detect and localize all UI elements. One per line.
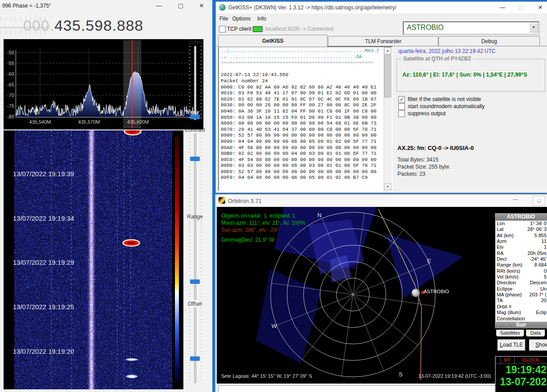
az-el-readout: Az: 110,6° | El: 17,6° | Sun: 0% | 1,54°… bbox=[402, 72, 527, 78]
row-label: MA (phase) bbox=[497, 292, 522, 298]
radar-moon-info: Moon azm: 111°, elv: 21°, ilu: 100% bbox=[221, 220, 305, 226]
clock-spacer bbox=[496, 357, 501, 364]
clock-panel: RT CLOCK 19:19:42 13-07-202 bbox=[495, 356, 547, 392]
scroll-up-icon[interactable]: ▲ bbox=[384, 47, 391, 54]
row-value: 5 855 bbox=[534, 233, 547, 238]
getkiss-window-title: GetKISS+ (DK3WN) Ver. 1.3.12 -> https://… bbox=[228, 4, 397, 11]
sun-panel-header: Sun bbox=[495, 322, 547, 328]
offset-slider-label: Offset bbox=[182, 301, 207, 307]
hex-line: 00F0: 04 04 00 00 00 00 06 00 05 00 01 0… bbox=[221, 175, 383, 181]
radar-canvas[interactable] bbox=[217, 207, 494, 384]
row-label: Vel (km/s) bbox=[497, 274, 519, 280]
range-slider-handle[interactable] bbox=[190, 279, 200, 284]
maximize-icon[interactable]: ▢ bbox=[515, 3, 528, 12]
row-value: 5 bbox=[544, 274, 547, 280]
waterfall-timestamp: 13/07/2022 19:19:25 bbox=[13, 303, 74, 311]
contrast-slider-handle[interactable] bbox=[190, 157, 200, 161]
range-slider-label: Range bbox=[182, 214, 207, 220]
close-icon[interactable]: ✕ bbox=[534, 3, 547, 12]
frequency-main: 435.598.888 bbox=[54, 17, 143, 34]
table-row: Orbit # bbox=[495, 304, 547, 310]
chevron-down-icon[interactable]: ▼ bbox=[529, 23, 538, 32]
table-row: Range (km)8 684 bbox=[495, 262, 547, 268]
range-slider-track[interactable] bbox=[194, 221, 196, 300]
offset-slider-handle[interactable] bbox=[190, 356, 200, 361]
row-value: 0 bbox=[544, 268, 547, 274]
spectrum-canvas[interactable] bbox=[4, 39, 203, 129]
terminal-header-line: ..;.....................................… bbox=[221, 48, 383, 54]
clock-mode-label[interactable]: CLOCK bbox=[515, 357, 547, 364]
hex-line: 0090: 04 04 00 00 00 00 06 00 05 00 01 0… bbox=[221, 139, 383, 145]
row-label: Lat bbox=[497, 226, 503, 232]
menu-options[interactable]: Options bbox=[232, 16, 251, 22]
compass-north-label: N bbox=[317, 212, 321, 218]
getkiss-app-icon bbox=[219, 4, 226, 11]
maximize-icon[interactable]: □ bbox=[533, 196, 545, 206]
zoom-slider-ticks2 bbox=[200, 46, 202, 118]
hex-line: 00C0: 4F 54 80 80 00 00 00 00 00 00 00 0… bbox=[221, 157, 383, 163]
table-row: Decl-24° 45' bbox=[495, 256, 547, 262]
tcp-client-label: TCP client bbox=[227, 26, 251, 32]
show-button[interactable]: Show bbox=[529, 339, 547, 351]
satellite-select[interactable]: ASTROBIO ▼ bbox=[403, 21, 539, 35]
getkiss-titlebar[interactable]: GetKISS+ (DK3WN) Ver. 1.3.12 -> https://… bbox=[216, 2, 547, 13]
range-slider-ticks bbox=[189, 222, 190, 298]
orbitron-app-icon bbox=[219, 197, 225, 204]
soundmodem-checkbox-label: start soundmodem automatically bbox=[408, 103, 485, 109]
row-value: Eclip bbox=[536, 310, 547, 315]
row-label: Constellation bbox=[497, 316, 525, 322]
packet-terminal[interactable]: ..;.....................................… bbox=[218, 46, 393, 191]
clock-rt-label[interactable]: RT bbox=[501, 357, 515, 364]
utc-datetime: quarta-feira, 2022 julho 13 22:19:42 UTC bbox=[398, 48, 495, 54]
tcp-client-checkbox[interactable]: ✓ bbox=[219, 26, 226, 32]
table-row: Constellation bbox=[495, 316, 547, 322]
menu-file[interactable]: File bbox=[219, 16, 228, 22]
tab-tlm-forwarder[interactable]: TLM Forwarder bbox=[328, 36, 438, 46]
zoom-slider-track[interactable] bbox=[194, 46, 196, 120]
row-value: -24° 45' bbox=[530, 256, 547, 262]
scrollbar-thumb[interactable] bbox=[384, 55, 391, 97]
radar-sun-info: Sun azm: 286°, elv: -24° bbox=[221, 227, 279, 233]
minimize-icon[interactable]: — bbox=[152, 1, 166, 11]
soundmodem-checkbox[interactable]: ✓ bbox=[398, 103, 405, 110]
terminal-timestamp: 2022-07-13 22:19:43.550 bbox=[221, 72, 383, 78]
load-tle-button[interactable]: Load TLE bbox=[497, 339, 526, 351]
radar-datetime: 13-07-2022 19:19:42 (UTC -3:00) bbox=[381, 373, 491, 379]
table-row: EclipseUn bbox=[495, 286, 547, 292]
row-value: Un bbox=[540, 286, 547, 292]
suppress-checkbox[interactable]: ✓ bbox=[398, 110, 405, 117]
tab-satellites[interactable]: Satellites bbox=[496, 329, 524, 337]
filter-checkbox[interactable]: ✓ bbox=[398, 96, 405, 103]
scroll-down-icon[interactable]: ▼ bbox=[384, 183, 391, 190]
table-row: Azm11 bbox=[495, 238, 547, 244]
orbitron-window: Orbitron 3.71 — □ Objects on radar: 1, e… bbox=[215, 194, 547, 392]
getkiss-window: GetKISS+ (DK3WN) Ver. 1.3.12 -> https://… bbox=[216, 2, 547, 193]
maximize-icon[interactable]: ▢ bbox=[174, 1, 187, 11]
tab-getkiss[interactable]: GetKISS bbox=[218, 35, 328, 47]
row-value: 28° 06' 3 bbox=[527, 226, 547, 232]
tab-debug[interactable]: Debug bbox=[438, 36, 540, 46]
zoom-slider-handle[interactable] bbox=[190, 115, 200, 119]
row-label: Range (km) bbox=[497, 262, 522, 268]
filter-checkbox-row: ✓ filter if the satellite is not visible bbox=[398, 96, 405, 103]
minimize-icon[interactable]: — bbox=[496, 3, 509, 12]
terminal-scrollbar[interactable]: ▲ ▼ bbox=[384, 47, 392, 190]
table-row: Vel (km/s)5 bbox=[495, 274, 547, 280]
frequency-display[interactable]: 000.435.598.888 bbox=[23, 17, 143, 34]
clock-date: 13-07-202 bbox=[496, 376, 547, 388]
orbitron-titlebar[interactable]: Orbitron 3.71 — □ bbox=[215, 194, 547, 206]
hex-line: 00D0: 03 03 00 00 00 00 05 00 03 00 01 0… bbox=[221, 163, 383, 169]
packet-number-label: Packet number 24 bbox=[221, 78, 383, 85]
minimize-icon[interactable]: — bbox=[513, 196, 518, 202]
table-row: Alt (km)5 855 bbox=[495, 233, 547, 238]
terminal-text: ..;.....................................… bbox=[221, 48, 383, 181]
menu-info[interactable]: Info bbox=[257, 16, 266, 22]
offset-slider-track[interactable] bbox=[194, 307, 196, 383]
close-icon[interactable]: ✕ bbox=[195, 1, 208, 11]
hex-line: 00B0: 02 02 00 00 00 00 04 00 03 00 01 0… bbox=[221, 151, 383, 157]
observer-location: Sete Lagoas: 44° 15' 15'' W, 19° 27' 09'… bbox=[221, 373, 312, 379]
table-row: Elv1 bbox=[495, 244, 547, 250]
table-row: RRt (km/s)0 bbox=[495, 268, 547, 274]
tab-data[interactable]: Data bbox=[526, 329, 545, 337]
total-bytes: Total Bytes: 3415 bbox=[397, 157, 438, 163]
